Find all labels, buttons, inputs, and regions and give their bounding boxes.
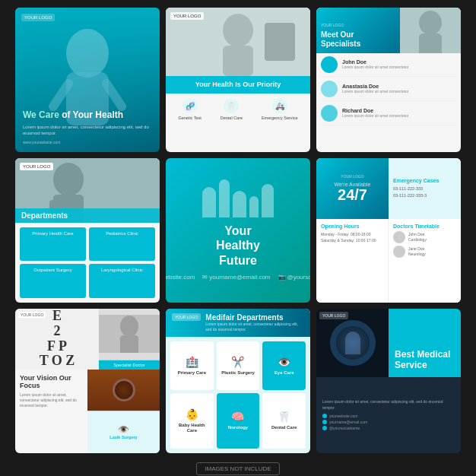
- card9-mri-image: YOUR LOGO: [316, 309, 389, 377]
- specialist-name-2: Anastasia Doe: [342, 84, 409, 89]
- card6-doctors-box: Doctors Timetable John Doe Cardiology Ja…: [389, 219, 461, 303]
- card4-dept-grid: Primary Health Care Pediatrics Clinic Ou…: [15, 223, 160, 303]
- svg-point-5: [223, 14, 253, 47]
- card8-header-text: Medifair Departments Lorem ipsum dolor s…: [205, 313, 304, 332]
- card6-hours-1: Monday - Friday: 08:00-18:00: [321, 231, 383, 237]
- card8-header: YOUR LOGO Medifair Departments Lorem ips…: [166, 309, 310, 337]
- card2-logo: YOUR LOGO: [170, 12, 204, 20]
- specialist-name-1: John Doe: [342, 59, 409, 65]
- card-medifair: YOUR LOGO Medifair Departments Lorem ips…: [166, 309, 310, 453]
- svg-rect-10: [419, 33, 442, 53]
- card-healthy-future: Your Healthy Future 🌐 yourwebsite.com ✉ …: [166, 158, 310, 303]
- card6-top: YOUR LOGO We're Available 24/7 Emergency…: [316, 158, 461, 219]
- card-247: YOUR LOGO We're Available 24/7 Emergency…: [316, 158, 461, 303]
- card3-top: YOUR LOGO Meet Our Specialists: [316, 8, 461, 53]
- plastic-surgery-icon: ✂️: [231, 356, 244, 368]
- dept-dental-care-name: Dental Care: [271, 425, 297, 430]
- card-vision: YOUR LOGO E2F PT O Z Specialist Doctor Y…: [15, 309, 160, 453]
- bottom-label: IMAGES NOT INCLUDE: [196, 462, 279, 475]
- card9-service-title-box: Best Medical Service: [389, 309, 461, 377]
- card9-top: YOUR LOGO Best Medical Service: [316, 309, 461, 377]
- card3-top-left: YOUR LOGO Meet Our Specialists: [316, 8, 400, 53]
- card6-doc-avatar-2: [393, 246, 405, 258]
- silhouette-2: [219, 179, 230, 217]
- card7-surgery-label: Lasik Surgery: [109, 435, 137, 440]
- card6-doc-info-2: Jane Doe Neurology: [408, 246, 426, 257]
- specialist-desc-2: Lorem ipsum dolor sit amet consectetur: [342, 89, 409, 94]
- card5-social-text: @yoursocialname: [287, 274, 310, 281]
- card9-patient-silhouette: [345, 332, 360, 354]
- card6-doctor-2: Jane Doe Neurology: [393, 246, 456, 258]
- card6-doc-info-1: John Doe Cardiology: [408, 232, 427, 243]
- card9-contact-info: yourwebsite.com yourname@email.com @your…: [322, 414, 455, 430]
- dept-baby-health[interactable]: 👶 Baby Health Care: [170, 393, 214, 448]
- dept-btn-primary[interactable]: Primary Health Care: [20, 227, 86, 262]
- contact-dot-1: [322, 414, 327, 418]
- specialist-desc-1: Lorem ipsum dolor sit amet consectetur: [342, 65, 409, 69]
- card1-title: We Care of Your Health: [23, 109, 152, 120]
- card9-contact-1: yourwebsite.com: [322, 414, 455, 418]
- card7-surgery-box: 👁️ Lasik Surgery: [87, 411, 160, 453]
- svg-rect-17: [120, 335, 138, 353]
- card6-available-box: YOUR LOGO We're Available 24/7: [316, 158, 389, 219]
- svg-point-0: [66, 29, 109, 78]
- dept-eye-care-name: Eye Care: [274, 370, 294, 376]
- primary-care-icon: 🏥: [186, 356, 198, 368]
- dept-nurology[interactable]: 🧠 Nurology: [217, 393, 260, 448]
- contact-dot-2: [322, 420, 327, 424]
- service-emergency: 🚑 Emergency Service: [262, 98, 298, 147]
- card9-service-label: Best Medical Service: [395, 349, 455, 371]
- card4-logo: YOUR LOGO: [20, 163, 53, 170]
- card6-phone-box: Emergency Cases 03-111-222-333 03-111-22…: [389, 158, 461, 219]
- card9-contact-2: yourname@email.com: [322, 420, 455, 424]
- dept-eye-care[interactable]: 👁️ Eye Care: [262, 341, 306, 391]
- dept-dental-care[interactable]: 🦷 Dental Care: [262, 393, 306, 448]
- specialist-info-2: Anastasia Doe Lorem ipsum dolor sit amet…: [342, 84, 409, 94]
- dept-btn-laryngo[interactable]: Laryngological Clinic: [89, 264, 155, 298]
- card-specialists: YOUR LOGO Meet Our Specialists John Doe …: [316, 8, 461, 152]
- card-we-care: YOUR LOGO We Care of Your Health Lorem i…: [15, 8, 160, 152]
- dept-baby-health-name: Baby Health Care: [173, 423, 211, 433]
- dept-btn-outpatient[interactable]: Outpatient Surgery: [20, 264, 86, 298]
- card9-bottom: Lorem ipsum dolor sit amet, consectetur …: [316, 377, 461, 453]
- silhouette-5: [262, 184, 274, 217]
- baby-health-icon: 👶: [186, 408, 198, 420]
- card8-dept-grid: 🏥 Primary Care ✂️ Plastic Surgery 👁️ Eye…: [166, 337, 310, 453]
- card5-line1: Your: [216, 224, 260, 238]
- silhouette-3: [233, 191, 246, 217]
- specialist-item-3: Richard Doe Lorem ipsum dolor sit amet c…: [321, 105, 456, 125]
- nurology-icon: 🧠: [231, 411, 244, 423]
- card2-top-image: YOUR LOGO: [166, 8, 310, 76]
- dept-primary-care[interactable]: 🏥 Primary Care: [170, 341, 214, 391]
- card7-right-col: Specialist Doctor: [99, 309, 160, 370]
- card6-doc-avatar-1: [393, 231, 405, 243]
- service-genetic-label: Genetic Test: [178, 116, 201, 120]
- card6-phone-1: 03-111-222-333: [393, 186, 456, 192]
- card9-contact-3: @yoursocialname: [322, 426, 455, 430]
- card7-spec-label: Specialist Doctor: [99, 360, 160, 370]
- card6-doctor-1: John Doe Cardiology: [393, 231, 456, 243]
- svg-point-9: [419, 11, 442, 35]
- card5-main-text: Your Healthy Future: [216, 224, 260, 268]
- card6-avail-number: 24/7: [338, 187, 367, 202]
- dept-btn-pediatrics[interactable]: Pediatrics Clinic: [89, 227, 155, 262]
- specialist-item-2: Anastasia Doe Lorem ipsum dolor sit amet…: [321, 81, 456, 101]
- service-dental: 🦷 Dental Care: [221, 98, 243, 147]
- svg-point-16: [120, 316, 138, 337]
- dept-plastic-surgery[interactable]: ✂️ Plastic Surgery: [217, 341, 260, 391]
- card-health-priority: YOUR LOGO Your Health Is Our Priority 🧬 …: [166, 8, 310, 152]
- card3-title: Meet Our Specialists: [321, 30, 395, 49]
- specialist-info-1: John Doe Lorem ipsum dolor sit amet cons…: [342, 59, 409, 69]
- card-departments: YOUR LOGO Departments Primary Health Car…: [15, 158, 160, 303]
- card7-eye-chart: E2F PT O Z: [40, 309, 75, 369]
- service-emergency-label: Emergency Service: [262, 116, 298, 120]
- card5-website: 🌐 yourwebsite.com: [166, 274, 195, 281]
- card8-desc: Lorem ipsum dolor sit amet, consectetur …: [205, 322, 304, 332]
- card9-contact-social: @yoursocialname: [329, 426, 360, 430]
- service-genetic: 🧬 Genetic Test: [178, 98, 201, 147]
- card6-logo: YOUR LOGO: [341, 174, 363, 179]
- card7-top-area: YOUR LOGO E2F PT O Z Specialist Doctor: [15, 309, 160, 370]
- card6-phone-2: 03-111-222-333-3: [393, 192, 456, 199]
- card9-desc: Lorem ipsum dolor sit amet, consectetur …: [322, 399, 455, 411]
- card7-eye-chart-area: YOUR LOGO E2F PT O Z: [15, 309, 99, 370]
